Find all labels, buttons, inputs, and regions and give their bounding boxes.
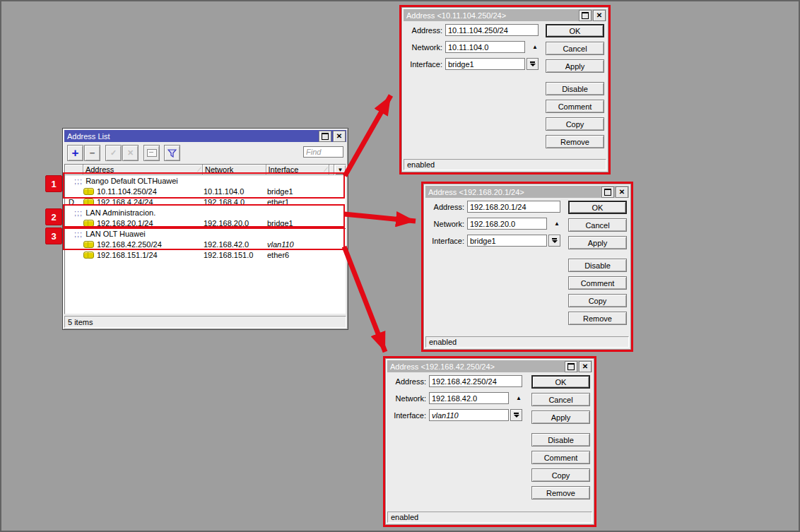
comment-text: Rango Default OLTHuawei — [86, 177, 178, 185]
collapse-up-icon[interactable]: ▲ — [554, 220, 560, 227]
window-title: Address List — [67, 132, 110, 141]
arrow-3 — [344, 247, 385, 352]
disable-button[interactable]: Disable — [546, 82, 604, 95]
network-label: Network: — [402, 43, 445, 52]
sort-icon: ∕ — [199, 166, 200, 173]
address-list-toolbar: + − ✓ ✕ — [64, 143, 346, 162]
interface-field[interactable] — [467, 235, 547, 247]
address-field[interactable] — [467, 201, 560, 213]
interface-dropdown-button[interactable] — [548, 235, 560, 247]
close-icon: ✕ — [619, 189, 625, 195]
arrow-2 — [344, 214, 416, 221]
column-menu-button[interactable]: ▼ — [334, 165, 346, 175]
apply-button[interactable]: Apply — [531, 410, 590, 424]
column-header-network[interactable]: Network — [203, 165, 266, 175]
apply-button[interactable]: Apply — [568, 236, 627, 249]
cancel-button[interactable]: Cancel — [568, 218, 627, 232]
remove-button[interactable]: Remove — [546, 135, 604, 148]
comment-row[interactable]: ;;; LAN Administracion. — [65, 207, 346, 218]
close-icon: ✕ — [582, 363, 588, 370]
comment-button[interactable]: Comment — [568, 276, 627, 290]
column-header-flags[interactable] — [65, 165, 83, 175]
disable-button[interactable]: Disable — [531, 433, 590, 447]
column-header-interface[interactable]: Interface ∕ — [266, 165, 330, 175]
comment-row[interactable]: ;;; Rango Default OLTHuawei — [65, 175, 346, 186]
comment-icon — [147, 149, 157, 157]
remove-button[interactable]: − — [84, 145, 100, 161]
cell-interface: vlan110 — [267, 240, 331, 249]
address-list-titlebar: Address List ✕ — [64, 130, 346, 142]
collapse-up-icon[interactable]: ▲ — [516, 395, 522, 401]
interface-dropdown-button[interactable] — [527, 58, 539, 70]
address-field[interactable] — [445, 24, 539, 36]
chevron-down-icon: ▼ — [338, 167, 343, 173]
network-field[interactable] — [445, 41, 525, 53]
close-button[interactable]: ✕ — [333, 131, 346, 142]
table-row[interactable]: 192.168.42.250/24 192.168.42.0 vlan110 — [65, 239, 346, 249]
remove-button[interactable]: Remove — [568, 312, 627, 325]
table-row[interactable]: 192.168.151.1/24 192.168.151.0 ether6 — [65, 249, 346, 260]
add-button[interactable]: + — [67, 145, 83, 161]
ok-button[interactable]: OK — [568, 201, 627, 214]
copy-button[interactable]: Copy — [546, 117, 604, 131]
address-icon — [83, 252, 94, 259]
apply-button[interactable]: Apply — [546, 59, 604, 73]
table-row[interactable]: D 192.168.4.24/24 192.168.4.0 ether1 — [65, 196, 346, 207]
combo-down-icon — [530, 61, 535, 63]
cell-interface: bridge1 — [267, 219, 331, 227]
maximize-button[interactable] — [319, 131, 331, 142]
table-header: Address ∕ Network Interface ∕ ▼ — [65, 165, 346, 175]
address-icon — [83, 220, 94, 227]
badge-3: 3 — [45, 227, 62, 244]
address-list-window: Address List ✕ + − ✓ ✕ Address — [62, 128, 348, 330]
minus-icon: − — [90, 148, 95, 158]
items-count: 5 items — [68, 318, 93, 326]
cell-interface: bridge1 — [267, 187, 331, 196]
cell-address: 10.11.104.250/24 — [97, 187, 157, 196]
cancel-button[interactable]: Cancel — [531, 393, 590, 406]
status-bar: 5 items — [64, 316, 346, 328]
disable-button[interactable]: Disable — [568, 259, 627, 272]
table-row[interactable]: 10.11.104.250/24 10.11.104.0 bridge1 — [65, 186, 346, 196]
comment-prefix: ;;; — [74, 208, 83, 217]
combo-down-icon — [552, 238, 557, 240]
close-icon: ✕ — [336, 133, 342, 139]
copy-button[interactable]: Copy — [531, 468, 590, 482]
network-field[interactable] — [467, 218, 547, 230]
filter-button[interactable] — [164, 145, 180, 161]
copy-button[interactable]: Copy — [568, 294, 627, 307]
sort-icon: ∕ — [326, 166, 327, 173]
table-row[interactable]: 192.168.20.1/24 192.168.20.0 bridge1 — [65, 218, 346, 228]
enable-button[interactable]: ✓ — [105, 145, 122, 161]
cell-network: 192.168.42.0 — [204, 240, 267, 249]
cell-address: 192.168.4.24/24 — [97, 198, 153, 206]
column-header-address[interactable]: Address ∕ — [83, 165, 203, 175]
network-label: Network: — [424, 220, 467, 228]
interface-dropdown-button[interactable] — [510, 409, 522, 421]
cancel-button[interactable]: Cancel — [546, 42, 604, 55]
close-icon: ✕ — [596, 12, 602, 18]
cell-address: 192.168.42.250/24 — [97, 240, 162, 249]
address-label: Address: — [424, 203, 467, 211]
cell-network: 192.168.20.0 — [204, 219, 267, 227]
remove-button[interactable]: Remove — [531, 486, 590, 500]
ok-button[interactable]: OK — [531, 375, 590, 389]
column-header-filler — [329, 165, 334, 175]
address-table: Address ∕ Network Interface ∕ ▼ ;;; Rang… — [64, 164, 346, 314]
interface-field[interactable] — [445, 58, 525, 70]
comment-button[interactable]: Comment — [546, 100, 604, 113]
comment-row[interactable]: ;;; LAN OLT Huawei — [65, 228, 346, 239]
comment-button[interactable]: Comment — [531, 451, 590, 464]
ok-button[interactable]: OK — [546, 24, 604, 37]
disable-button[interactable]: ✕ — [122, 145, 139, 161]
find-input[interactable] — [303, 146, 343, 158]
network-field[interactable] — [429, 392, 509, 404]
enabled-status: enabled — [404, 159, 606, 170]
comment-button[interactable] — [143, 145, 160, 161]
address-icon — [83, 188, 94, 195]
interface-label: Interface: — [402, 60, 445, 69]
address-dialog-3: Address <192.168.42.250/24> ✕ Address: N… — [383, 356, 596, 527]
collapse-up-icon[interactable]: ▲ — [532, 44, 538, 50]
address-field[interactable] — [429, 375, 522, 387]
interface-field[interactable] — [429, 409, 509, 421]
